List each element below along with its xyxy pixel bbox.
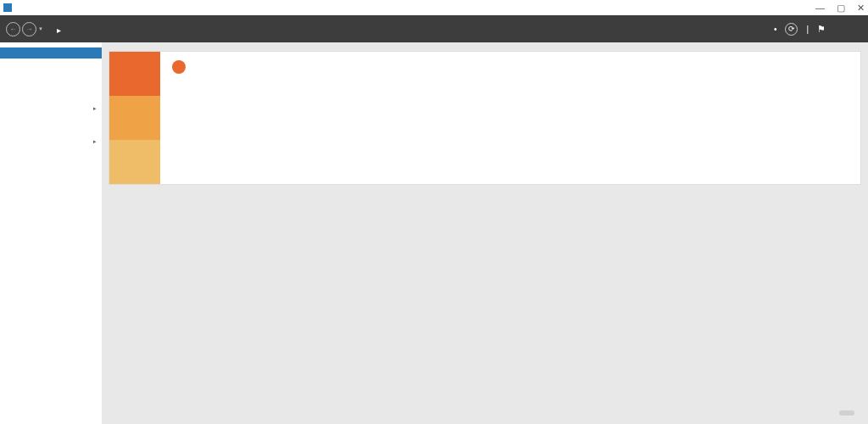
- rds-icon: [5, 137, 14, 145]
- sidebar-item-dns[interactable]: [0, 92, 102, 103]
- chevron-right-icon: ▸: [93, 105, 97, 112]
- minimize-button[interactable]: —: [815, 3, 825, 14]
- watermark-logo: [839, 410, 854, 416]
- tab-learn-more[interactable]: [109, 140, 160, 184]
- sidebar-item-npas[interactable]: [0, 125, 102, 136]
- sidebar-item-dashboard[interactable]: [0, 47, 102, 59]
- server-icon: [5, 60, 14, 68]
- refresh-icon[interactable]: ⟳: [785, 23, 798, 36]
- dns-icon: [5, 93, 14, 101]
- adds-icon: [5, 82, 14, 90]
- sidebar: ▸ ▸: [0, 42, 102, 424]
- nav-back-button[interactable]: ←: [6, 22, 20, 36]
- welcome-tabs: [109, 52, 160, 184]
- notifications-flag-icon[interactable]: ⚑: [817, 24, 826, 35]
- step-number: [192, 95, 204, 107]
- step-number: [192, 127, 204, 139]
- refresh-dropdown[interactable]: •: [774, 25, 777, 34]
- step-number: [192, 79, 204, 91]
- iis-icon: [5, 115, 14, 123]
- watermark: [839, 410, 858, 416]
- nav-forward-button[interactable]: →: [22, 22, 36, 36]
- maximize-button[interactable]: ▢: [837, 3, 845, 14]
- main-content: [102, 42, 868, 424]
- sidebar-item-local-server[interactable]: [0, 59, 102, 70]
- tab-quick-start[interactable]: [109, 52, 160, 96]
- npas-icon: [5, 126, 14, 134]
- sidebar-item-file-storage[interactable]: ▸: [0, 103, 102, 114]
- divider: |: [806, 25, 809, 34]
- welcome-card: [108, 51, 861, 185]
- app-icon: [3, 3, 12, 12]
- step-add-roles[interactable]: [192, 79, 849, 91]
- breadcrumb: ▸: [53, 22, 64, 36]
- step-create-group[interactable]: [192, 111, 849, 123]
- step-connect-cloud[interactable]: [192, 127, 849, 139]
- step-number: [192, 111, 204, 123]
- step-configure-local-server[interactable]: [172, 60, 849, 74]
- sidebar-item-rds[interactable]: ▸: [0, 136, 102, 147]
- chevron-right-icon: ▸: [93, 138, 97, 145]
- window-titlebar: — ▢ ✕: [0, 0, 868, 15]
- header-ribbon: ← → ▼ ▸ • ⟳ | ⚑: [0, 15, 868, 42]
- welcome-steps: [160, 52, 860, 184]
- file-icon: [5, 104, 14, 112]
- sidebar-item-all-servers[interactable]: [0, 70, 102, 81]
- sidebar-item-ad-ds[interactable]: [0, 81, 102, 92]
- close-button[interactable]: ✕: [857, 3, 865, 14]
- tab-whats-new[interactable]: [109, 96, 160, 140]
- servers-icon: [5, 71, 14, 79]
- step-number: [172, 60, 186, 74]
- chevron-right-icon: ▸: [57, 25, 61, 35]
- sidebar-item-iis[interactable]: [0, 114, 102, 125]
- step-add-other-servers[interactable]: [192, 95, 849, 107]
- dashboard-icon: [5, 49, 14, 57]
- nav-history-dropdown[interactable]: ▼: [38, 26, 43, 31]
